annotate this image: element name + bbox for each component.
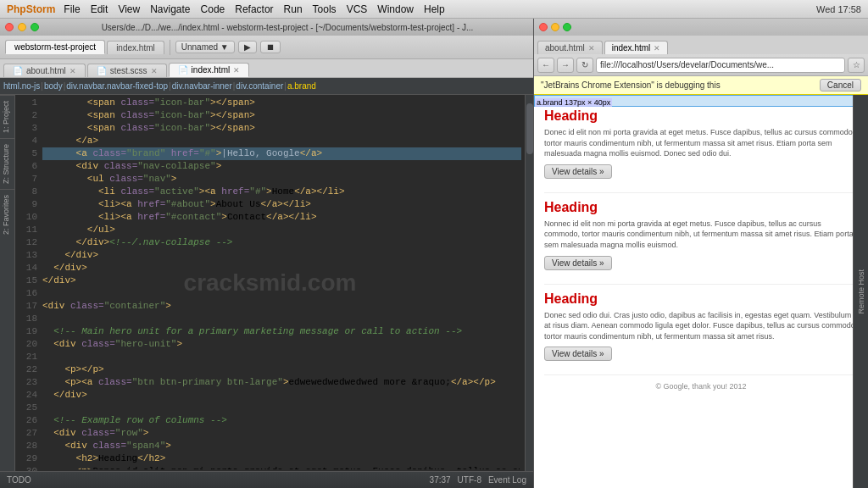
- remote-host-panel[interactable]: Remote Host: [853, 95, 868, 488]
- menu-navigate[interactable]: Navigate: [150, 3, 190, 15]
- heading-1: Heading: [544, 108, 858, 124]
- code-line: <li><a href="#contact">Contact</a></li>: [42, 211, 521, 224]
- breadcrumb-item-4[interactable]: div.container: [236, 81, 283, 91]
- browser-tab-close[interactable]: ✕: [588, 44, 595, 53]
- code-lines: <span class="icon-bar"></span> <span cla…: [42, 97, 521, 469]
- tab-webstorm-project[interactable]: webstorm-test-project: [5, 40, 105, 54]
- tab-icon: 📄: [178, 65, 188, 75]
- view-details-3[interactable]: View details »: [544, 347, 612, 361]
- content-text-3: Donec sed odio dui. Cras justo odio, dap…: [544, 310, 858, 342]
- code-line: [42, 402, 521, 414]
- browser-maximize[interactable]: [563, 23, 571, 31]
- bookmark-button[interactable]: ☆: [848, 58, 865, 73]
- forward-button[interactable]: →: [557, 58, 574, 73]
- browser-toolbar: ← → ↻ ☆: [534, 54, 868, 76]
- browser-tab-about[interactable]: about.html ✕: [537, 41, 603, 54]
- browser-tab-close[interactable]: ✕: [654, 44, 660, 53]
- view-details-1[interactable]: View details »: [544, 164, 612, 179]
- app-logo: PhpStorm: [7, 3, 55, 15]
- todo-indicator[interactable]: TODO: [7, 475, 31, 485]
- menu-file[interactable]: File: [64, 3, 80, 15]
- code-line: </div>: [42, 249, 521, 262]
- maximize-button[interactable]: [31, 23, 39, 31]
- tab-index-html-top[interactable]: index.html: [107, 41, 164, 54]
- panel-structure[interactable]: Z: Structure: [0, 138, 14, 189]
- run-button[interactable]: ▶: [238, 41, 257, 53]
- breadcrumb-item-5[interactable]: a.brand: [287, 81, 316, 91]
- code-content: 1234 5678 9101112 13141516 17181920 2122…: [15, 95, 525, 471]
- code-line: <ul class="nav">: [42, 173, 521, 186]
- minimize-button[interactable]: [18, 23, 26, 31]
- menu-tools[interactable]: Tools: [313, 3, 337, 15]
- code-line: </div><!--/.nav-collapse -->: [42, 236, 521, 249]
- run-config-selector[interactable]: Unnamed ▼: [175, 41, 235, 53]
- tab-index-html[interactable]: 📄 index.html ✕: [169, 63, 250, 77]
- event-log[interactable]: Event Log: [488, 475, 526, 485]
- address-bar[interactable]: [596, 58, 845, 73]
- project-tab-bar: webstorm-test-project index.html: [5, 40, 164, 54]
- debug-cancel-button[interactable]: Cancel: [820, 79, 861, 92]
- view-details-2[interactable]: View details »: [544, 256, 612, 270]
- tab-label: index.html: [192, 65, 231, 75]
- debug-message: "JetBrains Chrome Extension" is debuggin…: [541, 80, 721, 90]
- phpstorm-panel: Users/de.../D.../we.../index.html - webs…: [0, 19, 534, 488]
- code-editor[interactable]: cracksmid.com 1234 5678 9101112 13141516…: [15, 95, 525, 471]
- code-line: <p><a class="btn btn-primary btn-large">…: [42, 376, 521, 389]
- menu-edit[interactable]: Edit: [91, 3, 108, 15]
- menu-run[interactable]: Run: [284, 3, 303, 15]
- remote-host-label: Remote Host: [855, 266, 867, 318]
- content-text-2: Nonnec id elit non mi porta gravida at e…: [544, 219, 858, 251]
- left-tool-panels: 1: Project Z: Structure 2: Favorites: [0, 95, 15, 471]
- menu-view[interactable]: View: [118, 3, 140, 15]
- reload-button[interactable]: ↻: [576, 58, 593, 73]
- close-button[interactable]: [5, 23, 14, 31]
- breadcrumb-item-1[interactable]: body: [44, 81, 63, 91]
- menu-code[interactable]: Code: [201, 3, 225, 15]
- editor-scrollbar[interactable]: [525, 95, 533, 471]
- line-numbers: 1234 5678 9101112 13141516 17181920 2122…: [19, 97, 42, 469]
- window-title: Users/de.../D.../we.../index.html - webs…: [47, 23, 528, 32]
- code-line: </div>: [42, 274, 521, 287]
- phpstorm-titlebar: Users/de.../D.../we.../index.html - webs…: [0, 19, 533, 36]
- tab-about-html[interactable]: 📄 about.html ✕: [3, 64, 86, 77]
- browser-minimize[interactable]: [551, 23, 559, 31]
- browser-close[interactable]: [539, 23, 548, 31]
- menu-window[interactable]: Window: [377, 3, 414, 15]
- tab-label: about.html: [26, 66, 66, 75]
- browser-content: a.brand 137px × 40px Heading Donec id el…: [534, 95, 868, 488]
- tab-label: index.html: [116, 43, 155, 53]
- browser-tab-index[interactable]: index.html ✕: [604, 41, 669, 54]
- encoding: UTF-8: [458, 475, 481, 485]
- menu-help[interactable]: Help: [424, 3, 445, 15]
- content-section-3: Heading Donec sed odio dui. Cras justo o…: [544, 291, 858, 376]
- code-line: <div class="span4">: [42, 440, 521, 452]
- tab-icon: 📄: [13, 66, 23, 75]
- panel-project[interactable]: 1: Project: [0, 95, 14, 138]
- tab-close-icon[interactable]: ✕: [70, 67, 76, 75]
- breadcrumb-item-3[interactable]: div.navbar-inner: [172, 81, 232, 91]
- breadcrumb: html.no-js | body | div.navbar.navbar-fi…: [0, 78, 533, 95]
- tab-close-icon[interactable]: ✕: [151, 67, 158, 75]
- menu-refactor[interactable]: Refactor: [235, 3, 273, 15]
- code-line: [42, 287, 521, 300]
- back-button[interactable]: ←: [537, 58, 554, 73]
- code-line: <p></p>: [42, 363, 521, 376]
- breadcrumb-item-0[interactable]: html.no-js: [3, 81, 40, 91]
- cursor-position: 37:37: [430, 475, 451, 485]
- menu-vcs[interactable]: VCS: [347, 3, 368, 15]
- code-line: <div class="hero-unit">: [42, 338, 521, 351]
- code-line: <p>Donec id elit non mi porta gravida at…: [42, 465, 521, 469]
- code-line: <!-- Example row of columns -->: [42, 414, 521, 427]
- tab-stest-scss[interactable]: 📄 stest.scss ✕: [87, 64, 167, 77]
- menubar-right: Wed 17:58: [816, 4, 861, 14]
- code-line: </div>: [42, 389, 521, 402]
- code-line: <li class="active"><a href="#">Home</a><…: [42, 186, 521, 198]
- content-text-1: Donec id elit non mi porta gravida at eg…: [544, 127, 858, 159]
- panel-favorites[interactable]: 2: Favorites: [0, 189, 14, 240]
- code-line: [42, 313, 521, 325]
- scrollbar-thumb[interactable]: [526, 103, 533, 154]
- heading-2: Heading: [544, 200, 858, 215]
- stop-button[interactable]: ⏹: [260, 41, 281, 53]
- breadcrumb-item-2[interactable]: div.navbar.navbar-fixed-top: [66, 81, 168, 91]
- tab-close-icon[interactable]: ✕: [233, 66, 240, 75]
